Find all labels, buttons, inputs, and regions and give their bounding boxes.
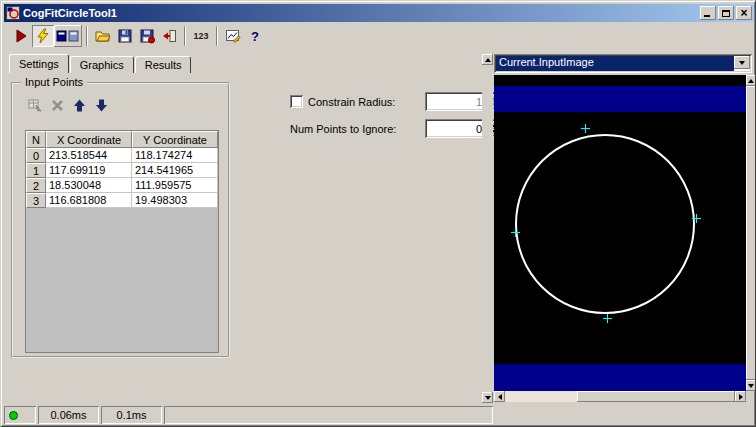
image-horizontal-scrollbar[interactable]: [494, 391, 746, 402]
scroll-up-icon: [485, 58, 491, 62]
cell-y[interactable]: 214.541965: [132, 163, 218, 178]
image-vertical-scrollbar[interactable]: [746, 75, 756, 391]
settings-pane-scrollbar[interactable]: [482, 54, 493, 403]
scroll-track[interactable]: [482, 65, 493, 392]
status-process-time: 0.06ms: [38, 406, 99, 424]
point-marker: [581, 124, 590, 133]
play-icon: [13, 28, 29, 44]
move-up-button[interactable]: [71, 97, 88, 114]
tab-graphics[interactable]: Graphics: [70, 56, 134, 73]
column-header-n[interactable]: N: [26, 131, 46, 148]
cell-x[interactable]: 117.699119: [46, 163, 132, 178]
toolbar: 123 ?: [4, 23, 754, 49]
image-band-bottom: [494, 364, 746, 391]
image-buffer-combobox[interactable]: Current.InputImage: [494, 54, 752, 73]
scroll-track[interactable]: [505, 391, 735, 402]
panels-icon: [56, 28, 80, 44]
app-icon: [6, 6, 20, 20]
constrain-radius-input[interactable]: [427, 94, 484, 109]
scroll-right-button[interactable]: [735, 391, 746, 402]
image-band-top: [494, 86, 746, 112]
column-header-y[interactable]: Y Coordinate: [132, 131, 218, 148]
maximize-icon: [722, 10, 730, 17]
row-header[interactable]: 3: [26, 193, 46, 208]
status-bar: 0.06ms 0.1ms: [4, 405, 754, 425]
floppy-dot-icon: [139, 28, 155, 44]
input-points-label: Input Points: [21, 76, 87, 88]
numeric-format-icon: 123: [193, 31, 208, 41]
expression-button[interactable]: [222, 25, 244, 47]
table-row: 1 117.699119 214.541965: [26, 163, 218, 178]
cell-x[interactable]: 116.681808: [46, 193, 132, 208]
table-row: 2 18.530048 111.959575: [26, 178, 218, 193]
chart-pencil-icon: [225, 28, 241, 44]
num-points-input[interactable]: [427, 121, 484, 136]
status-message-panel: [164, 406, 493, 424]
row-header[interactable]: 2: [26, 178, 46, 193]
point-marker: [511, 228, 520, 237]
scroll-left-icon: [498, 394, 502, 400]
add-points-icon: [28, 98, 43, 113]
fit-circle-graphic: [515, 134, 695, 314]
points-toolbar: [27, 97, 110, 114]
scroll-down-button[interactable]: [482, 392, 493, 403]
window-title: CogFitCircleTool1: [23, 7, 698, 19]
revert-button[interactable]: [158, 25, 180, 47]
numeric-format-button[interactable]: 123: [190, 25, 212, 47]
floppy-icon: [117, 28, 133, 44]
tab-results[interactable]: Results: [135, 56, 192, 73]
save-button[interactable]: [114, 25, 136, 47]
save-results-button[interactable]: [136, 25, 158, 47]
close-button[interactable]: ×: [736, 6, 752, 20]
constrain-radius-checkbox[interactable]: [290, 95, 303, 108]
scroll-down-button[interactable]: [746, 380, 756, 391]
minimize-button[interactable]: [700, 6, 716, 20]
add-points-button[interactable]: [27, 97, 44, 114]
status-total-time: 0.1ms: [101, 406, 162, 424]
up-arrow-icon: [72, 98, 87, 113]
chevron-down-icon: [739, 61, 745, 65]
cell-y[interactable]: 111.959575: [132, 178, 218, 193]
image-display[interactable]: [494, 75, 746, 391]
cell-y[interactable]: 19.498303: [132, 193, 218, 208]
scroll-up-button[interactable]: [746, 75, 756, 86]
delete-point-button[interactable]: [49, 97, 66, 114]
minimize-icon: [704, 15, 710, 17]
tab-strip: Settings Graphics Results: [9, 54, 192, 73]
combo-dropdown-button[interactable]: [734, 56, 750, 69]
lightning-icon: [35, 28, 51, 44]
maximize-button[interactable]: [718, 6, 734, 20]
open-button[interactable]: [92, 25, 114, 47]
scroll-down-icon: [485, 396, 491, 400]
move-down-button[interactable]: [93, 97, 110, 114]
toolbar-separator: [216, 26, 218, 46]
scroll-up-button[interactable]: [482, 54, 493, 65]
run-button[interactable]: [10, 25, 32, 47]
help-button[interactable]: ?: [244, 25, 266, 47]
cell-y[interactable]: 118.174274: [132, 148, 218, 163]
run-status-led-icon: [9, 411, 18, 420]
view-toggle-button[interactable]: [54, 25, 82, 47]
selected-image-buffer[interactable]: Current.InputImage: [496, 56, 734, 71]
scroll-thumb[interactable]: [577, 391, 735, 402]
tab-settings[interactable]: Settings: [9, 54, 69, 73]
scroll-down-icon: [748, 384, 754, 388]
titlebar: CogFitCircleTool1 ×: [4, 4, 754, 22]
input-points-group: Input Points: [11, 82, 230, 358]
scroll-up-icon: [748, 79, 754, 83]
scroll-thumb[interactable]: [746, 86, 756, 380]
point-marker: [603, 314, 612, 323]
row-header[interactable]: 0: [26, 148, 46, 163]
column-header-x[interactable]: X Coordinate: [46, 131, 132, 148]
cell-x[interactable]: 18.530048: [46, 178, 132, 193]
row-header[interactable]: 1: [26, 163, 46, 178]
toolbar-separator: [86, 26, 88, 46]
input-points-grid[interactable]: N X Coordinate Y Coordinate 0 213.518544…: [25, 130, 219, 353]
scroll-left-button[interactable]: [494, 391, 505, 402]
electric-run-button[interactable]: [32, 25, 54, 47]
cell-x[interactable]: 213.518544: [46, 148, 132, 163]
close-icon: ×: [740, 8, 747, 18]
scroll-right-icon: [739, 394, 743, 400]
table-row: 3 116.681808 19.498303: [26, 193, 218, 208]
grid-header-row: N X Coordinate Y Coordinate: [26, 131, 218, 148]
